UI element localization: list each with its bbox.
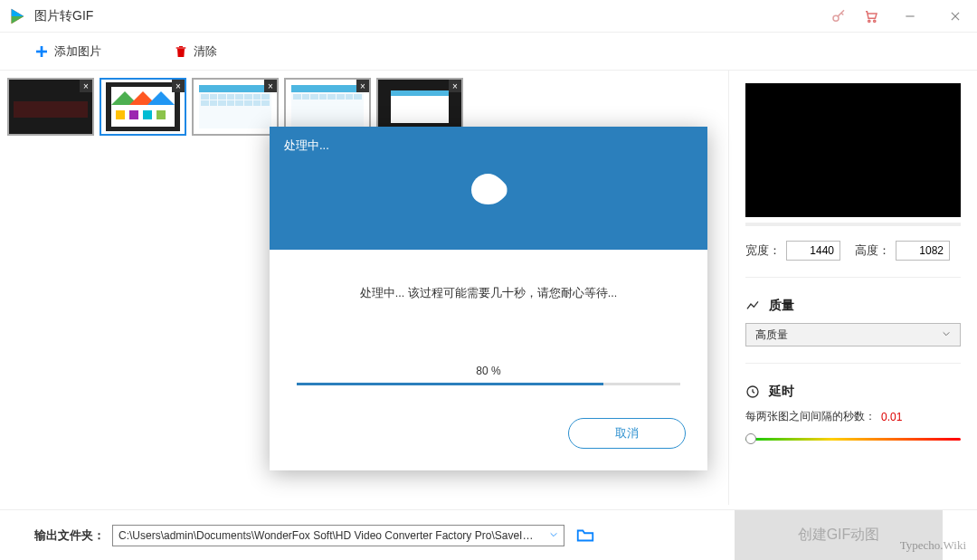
progress-bar: [297, 383, 680, 385]
toolbar: 添加图片 清除: [0, 33, 977, 71]
svg-rect-13: [129, 110, 138, 119]
preview-area: [745, 83, 961, 217]
output-folder-label: 输出文件夹：: [34, 527, 105, 544]
preview-divider: [745, 223, 961, 226]
width-label: 宽度：: [745, 242, 781, 259]
cancel-button[interactable]: 取消: [568, 418, 686, 449]
quality-select[interactable]: 高质量: [745, 323, 961, 346]
output-folder-input[interactable]: C:\Users\admin\Documents\WonderFox Soft\…: [112, 525, 564, 546]
progress-text: 80 %: [297, 365, 680, 377]
app-title: 图片转GIF: [34, 8, 93, 24]
width-input[interactable]: [786, 241, 840, 261]
spinner-icon: [468, 172, 509, 206]
thumb-close-icon[interactable]: ×: [356, 80, 369, 92]
close-button[interactable]: [941, 2, 970, 31]
folder-icon[interactable]: [575, 526, 595, 546]
cart-icon[interactable]: [863, 8, 879, 24]
thumb-close-icon[interactable]: ×: [172, 80, 185, 92]
clear-label: 清除: [194, 43, 217, 60]
chevron-down-icon: [942, 328, 951, 341]
svg-point-1: [868, 20, 870, 22]
height-label: 高度：: [855, 242, 890, 259]
processing-modal: 处理中... 处理中... 该过程可能需要几十秒，请您耐心等待... 80 % …: [270, 127, 707, 470]
key-icon[interactable]: [830, 8, 847, 24]
cancel-label: 取消: [615, 425, 639, 441]
bottom-bar: 输出文件夹： C:\Users\admin\Documents\WonderFo…: [0, 509, 977, 560]
modal-body: 处理中... 该过程可能需要几十秒，请您耐心等待... 80 %: [270, 250, 707, 403]
add-image-button[interactable]: 添加图片: [34, 43, 101, 60]
create-gif-label: 创建GIF动图: [798, 526, 880, 545]
quality-section: 质量 高质量: [745, 298, 961, 346]
delay-label: 每两张图之间间隔的秒数：: [745, 409, 876, 424]
svg-rect-14: [143, 110, 152, 119]
plus-icon: [34, 44, 49, 59]
svg-point-2: [874, 20, 876, 22]
chevron-down-icon: [549, 529, 558, 542]
progress-fill: [297, 383, 603, 385]
modal-header: 处理中...: [270, 127, 707, 250]
clear-button[interactable]: 清除: [174, 43, 217, 60]
quality-icon: [745, 299, 760, 313]
quality-value: 高质量: [755, 327, 788, 343]
trash-icon: [174, 44, 188, 59]
thumbnail[interactable]: ×: [7, 78, 94, 136]
right-panel: 宽度： 高度： 质量 高质量: [728, 71, 977, 505]
thumb-close-icon[interactable]: ×: [449, 80, 461, 92]
delay-title: 延时: [769, 384, 794, 400]
delay-slider[interactable]: [745, 433, 961, 446]
thumb-close-icon[interactable]: ×: [264, 80, 277, 92]
svg-rect-12: [116, 110, 125, 119]
watermark: Typecho.Wiki: [900, 538, 966, 553]
minimize-button[interactable]: [896, 2, 925, 31]
title-bar: 图片转GIF: [0, 0, 977, 33]
slider-knob-icon[interactable]: [745, 433, 756, 444]
dimensions-row: 宽度： 高度：: [745, 241, 961, 261]
thumbnail[interactable]: ×: [192, 78, 279, 136]
modal-message: 处理中... 该过程可能需要几十秒，请您耐心等待...: [297, 286, 680, 301]
height-input[interactable]: [896, 241, 950, 261]
modal-title: 处理中...: [284, 138, 693, 154]
delay-icon: [745, 384, 760, 399]
delay-value: 0.01: [881, 411, 902, 423]
thumbnail[interactable]: ×: [100, 78, 186, 136]
svg-rect-15: [157, 110, 166, 119]
modal-footer: 取消: [270, 403, 707, 470]
thumb-close-icon[interactable]: ×: [80, 80, 92, 92]
app-logo-icon: [7, 6, 27, 26]
output-folder-path: C:\Users\admin\Documents\WonderFox Soft\…: [119, 529, 535, 542]
add-image-label: 添加图片: [54, 43, 101, 60]
delay-section: 延时 每两张图之间间隔的秒数： 0.01: [745, 384, 961, 446]
quality-title: 质量: [769, 298, 794, 314]
